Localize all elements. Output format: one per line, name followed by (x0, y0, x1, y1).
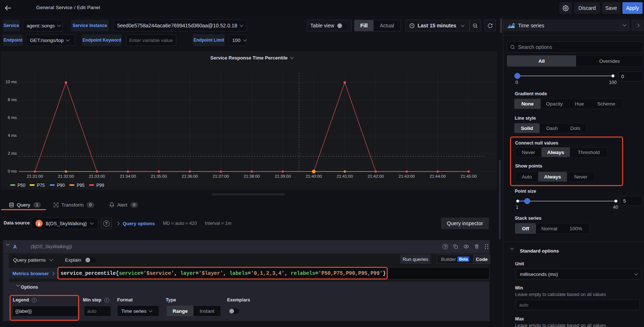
svg-text:21:33:00: 21:33:00 (89, 174, 105, 178)
svg-text:21:44:00: 21:44:00 (430, 174, 446, 178)
svg-text:21:34:00: 21:34:00 (120, 174, 136, 178)
svg-text:21:36:00: 21:36:00 (182, 174, 198, 178)
svg-text:21:43:00: 21:43:00 (399, 174, 415, 178)
svg-text:21:45:00: 21:45:00 (461, 174, 477, 178)
svg-text:21:32:00: 21:32:00 (58, 174, 74, 178)
svg-text:P95: P95 (77, 183, 85, 188)
svg-text:10 ms: 10 ms (5, 80, 17, 84)
svg-text:2 ms: 2 ms (8, 151, 17, 155)
svg-text:8 ms: 8 ms (8, 97, 17, 102)
svg-text:21:31:00: 21:31:00 (27, 174, 43, 178)
svg-text:21:37:00: 21:37:00 (213, 174, 229, 178)
svg-text:21:35:00: 21:35:00 (151, 174, 167, 178)
svg-text:P50: P50 (18, 183, 26, 188)
svg-text:0 ms: 0 ms (8, 169, 17, 173)
svg-text:21:38:00: 21:38:00 (244, 174, 260, 178)
svg-text:21:42:00: 21:42:00 (368, 174, 384, 178)
svg-text:P90: P90 (57, 183, 65, 188)
svg-text:6 ms: 6 ms (8, 115, 17, 120)
svg-text:P75: P75 (37, 183, 45, 188)
svg-text:21:40:00: 21:40:00 (306, 174, 322, 178)
svg-text:P99: P99 (96, 183, 104, 188)
svg-text:21:39:00: 21:39:00 (275, 174, 291, 178)
svg-text:4 ms: 4 ms (8, 133, 17, 138)
svg-text:21:41:00: 21:41:00 (337, 174, 353, 178)
